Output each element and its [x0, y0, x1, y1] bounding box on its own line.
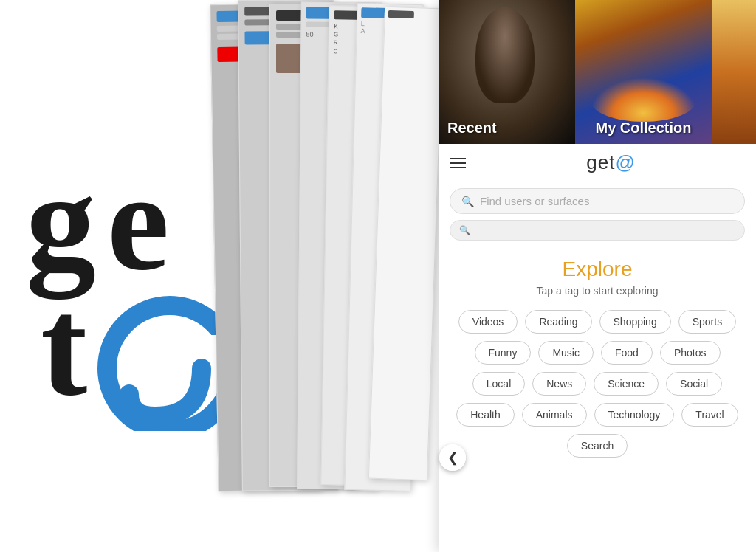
tags-container: VideosReadingShoppingSportsFunnyMusicFoo…	[453, 310, 741, 458]
tag-reading[interactable]: Reading	[525, 310, 591, 334]
search-bar-secondary[interactable]: 🔍	[450, 220, 745, 241]
tag-health[interactable]: Health	[456, 403, 514, 427]
tag-videos[interactable]: Videos	[458, 310, 518, 334]
tag-news[interactable]: News	[532, 372, 586, 396]
app-title: get@	[477, 151, 745, 174]
back-button[interactable]: ❮	[439, 444, 466, 471]
recent-label: Recent	[447, 120, 497, 136]
recent-overlay: Recent	[439, 112, 575, 144]
hamburger-line	[450, 158, 466, 159]
collection-label: My Collection	[575, 119, 712, 137]
cards-stack: 50 KGRC L A	[229, 0, 436, 552]
collection-image[interactable]: My Collection	[575, 0, 712, 144]
recent-image[interactable]: Recent	[439, 0, 575, 144]
top-images-strip: Recent My Collection	[439, 0, 756, 144]
app-title-text: get@	[586, 151, 636, 173]
search-placeholder: Find users or surfaces	[480, 195, 589, 207]
nav-bar: get@	[439, 144, 756, 182]
search-icon: 🔍	[461, 196, 474, 207]
tag-travel[interactable]: Travel	[681, 403, 738, 427]
tag-science[interactable]: Science	[594, 372, 659, 396]
tag-sports[interactable]: Sports	[678, 310, 736, 334]
tag-social[interactable]: Social	[666, 372, 722, 396]
app-panel: Recent My Collection get@ 🔍	[439, 0, 756, 552]
hamburger-button[interactable]	[450, 158, 466, 168]
tag-local[interactable]: Local	[472, 372, 525, 396]
logo-section: g e t	[0, 0, 244, 552]
hamburger-line	[450, 167, 466, 168]
search-icon-small: 🔍	[459, 225, 470, 235]
collection-overlay: My Collection	[575, 119, 712, 137]
tag-shopping[interactable]: Shopping	[599, 310, 671, 334]
svg-text:e: e	[107, 144, 166, 299]
explore-title: Explore	[453, 258, 741, 281]
explore-section: Explore Tap a tag to start exploring Vid…	[439, 246, 756, 469]
explore-subtitle: Tap a tag to start exploring	[453, 285, 741, 297]
tag-music[interactable]: Music	[538, 341, 594, 365]
tag-photos[interactable]: Photos	[660, 341, 721, 365]
tag-animals[interactable]: Animals	[522, 403, 587, 427]
tag-funny[interactable]: Funny	[475, 341, 532, 365]
logo-svg: g e t	[18, 121, 225, 431]
search-bar-main[interactable]: 🔍 Find users or surfaces	[450, 188, 745, 214]
tag-technology[interactable]: Technology	[594, 403, 675, 427]
tag-food[interactable]: Food	[601, 341, 653, 365]
tag-search[interactable]: Search	[567, 434, 628, 458]
side-image	[712, 0, 756, 144]
hamburger-line	[450, 162, 466, 164]
back-icon: ❮	[447, 449, 458, 466]
